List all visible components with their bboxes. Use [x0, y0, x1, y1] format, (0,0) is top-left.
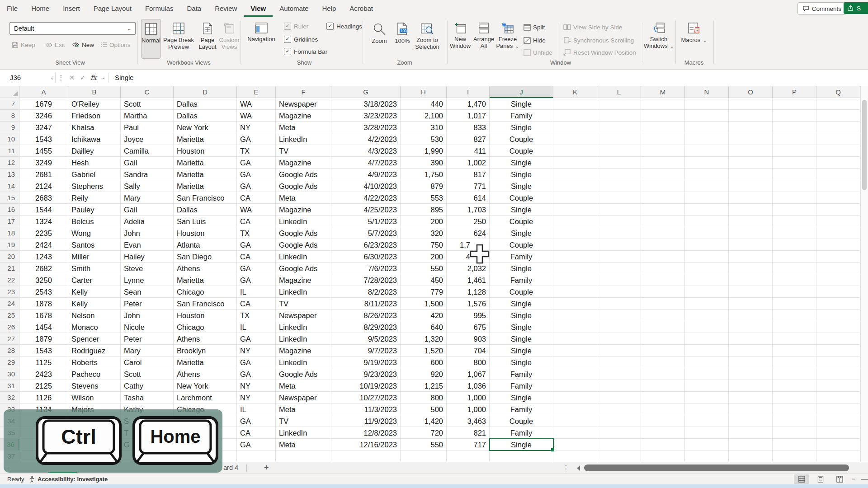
row-header-13[interactable]: 13	[0, 169, 19, 180]
cell-K18[interactable]	[553, 227, 597, 239]
cell-M26[interactable]	[641, 321, 685, 333]
cell-H31[interactable]: 1,215	[401, 380, 447, 392]
row-header-14[interactable]: 14	[0, 180, 19, 192]
column-header-M[interactable]: M	[641, 86, 685, 98]
cell-F13[interactable]: Google Ads	[276, 169, 331, 180]
row-header-24[interactable]: 24	[0, 298, 19, 310]
cell-N30[interactable]	[685, 368, 729, 380]
cell-K16[interactable]	[553, 204, 597, 216]
headings-checkbox[interactable]: ✓ Headings	[326, 22, 362, 30]
cell-D15[interactable]: San Francisco	[174, 192, 237, 204]
row-header-9[interactable]: 9	[0, 122, 19, 133]
hscroll-left-arrow[interactable]	[577, 465, 580, 471]
column-header-I[interactable]: I	[447, 86, 490, 98]
cell-Q31[interactable]	[816, 380, 860, 392]
fill-handle[interactable]	[551, 448, 555, 452]
cell-O17[interactable]	[729, 216, 773, 227]
cell-H8[interactable]: 2,100	[401, 110, 447, 122]
cell-N26[interactable]	[685, 321, 729, 333]
cell-J26[interactable]: Single	[490, 321, 553, 333]
cell-G11[interactable]: 4/3/2023	[331, 145, 401, 157]
arrange-all-button[interactable]: Arrange All	[472, 19, 495, 58]
cell-G16[interactable]: 4/25/2023	[331, 204, 401, 216]
cell-L27[interactable]	[597, 333, 641, 345]
cell-C19[interactable]: Evan	[121, 239, 174, 251]
cell-J29[interactable]: Single	[490, 357, 553, 368]
cell-L24[interactable]	[597, 298, 641, 310]
cell-L23[interactable]	[597, 286, 641, 298]
cell-D7[interactable]: Dallas	[174, 98, 237, 110]
cell-F28[interactable]: Magazine	[276, 345, 331, 357]
sheet-view-dropdown[interactable]: Default	[9, 22, 136, 35]
cell-N9[interactable]	[685, 122, 729, 133]
cell-H7[interactable]: 440	[401, 98, 447, 110]
cell-H32[interactable]: 800	[401, 392, 447, 404]
cell-M31[interactable]	[641, 380, 685, 392]
row-header-17[interactable]: 17	[0, 216, 19, 227]
column-header-H[interactable]: H	[401, 86, 447, 98]
cell-G25[interactable]: 8/26/2023	[331, 310, 401, 321]
cell-D22[interactable]: Marietta	[174, 274, 237, 286]
cell-J35[interactable]: Family	[490, 427, 553, 439]
cell-C28[interactable]: Mary	[121, 345, 174, 357]
cell-P34[interactable]	[773, 415, 816, 427]
cell-L8[interactable]	[597, 110, 641, 122]
unhide-button[interactable]: Unhide	[524, 47, 552, 57]
cell-E35[interactable]: CA	[237, 427, 276, 439]
cell-G28[interactable]: 9/7/2023	[331, 345, 401, 357]
cell-E9[interactable]: NY	[237, 122, 276, 133]
cell-H26[interactable]: 640	[401, 321, 447, 333]
cell-B10[interactable]: Ichikawa	[68, 133, 121, 145]
cell-H12[interactable]: 390	[401, 157, 447, 169]
cell-K23[interactable]	[553, 286, 597, 298]
cell-C24[interactable]: Peter	[121, 298, 174, 310]
cell-H20[interactable]: 200	[401, 251, 447, 263]
cell-I26[interactable]: 675	[447, 321, 490, 333]
cell-M13[interactable]	[641, 169, 685, 180]
cell-D13[interactable]: Marietta	[174, 169, 237, 180]
cell-P14[interactable]	[773, 180, 816, 192]
row-header-15[interactable]: 15	[0, 192, 19, 204]
cell-M8[interactable]	[641, 110, 685, 122]
cell-Q22[interactable]	[816, 274, 860, 286]
sheet-tab[interactable]: ard 4	[223, 462, 238, 474]
cell-H29[interactable]: 600	[401, 357, 447, 368]
cell-O31[interactable]	[729, 380, 773, 392]
row-header-7[interactable]: 7	[0, 98, 19, 110]
cell-H21[interactable]: 550	[401, 263, 447, 274]
cell-E8[interactable]: WA	[237, 110, 276, 122]
cell-G29[interactable]: 9/19/2023	[331, 357, 401, 368]
cell-E19[interactable]: GA	[237, 239, 276, 251]
cell-M19[interactable]	[641, 239, 685, 251]
cell-D32[interactable]: Larchmont	[174, 392, 237, 404]
synchronous-scrolling-button[interactable]: Synchronous Scrolling	[563, 35, 634, 45]
cell-J18[interactable]: Single	[490, 227, 553, 239]
cell-A11[interactable]: 1455	[19, 145, 68, 157]
cell-F12[interactable]: Magazine	[276, 157, 331, 169]
cell-P12[interactable]	[773, 157, 816, 169]
row-header-10[interactable]: 10	[0, 133, 19, 145]
cell-D23[interactable]: Chicago	[174, 286, 237, 298]
cell-K29[interactable]	[553, 357, 597, 368]
cell-D21[interactable]: Athens	[174, 263, 237, 274]
cell-J30[interactable]: Family	[490, 368, 553, 380]
cell-A30[interactable]: 2423	[19, 368, 68, 380]
cell-P13[interactable]	[773, 169, 816, 180]
cell-I10[interactable]: 827	[447, 133, 490, 145]
cell-N20[interactable]	[685, 251, 729, 263]
cell-B28[interactable]: Rodriguez	[68, 345, 121, 357]
select-all-corner[interactable]	[0, 86, 19, 98]
cell-L35[interactable]	[597, 427, 641, 439]
cell-L19[interactable]	[597, 239, 641, 251]
insert-function-icon[interactable]: fx	[89, 72, 99, 84]
cell-C23[interactable]: Sean	[121, 286, 174, 298]
horizontal-scrollbar-thumb[interactable]	[584, 465, 849, 471]
cell-N18[interactable]	[685, 227, 729, 239]
cell-A20[interactable]: 1243	[19, 251, 68, 263]
cell-J10[interactable]: Couple	[490, 133, 553, 145]
cell-N7[interactable]	[685, 98, 729, 110]
cell-G33[interactable]: 11/3/2023	[331, 404, 401, 415]
cell-E25[interactable]: TX	[237, 310, 276, 321]
cell-N13[interactable]	[685, 169, 729, 180]
cell-F25[interactable]: Newspaper	[276, 310, 331, 321]
